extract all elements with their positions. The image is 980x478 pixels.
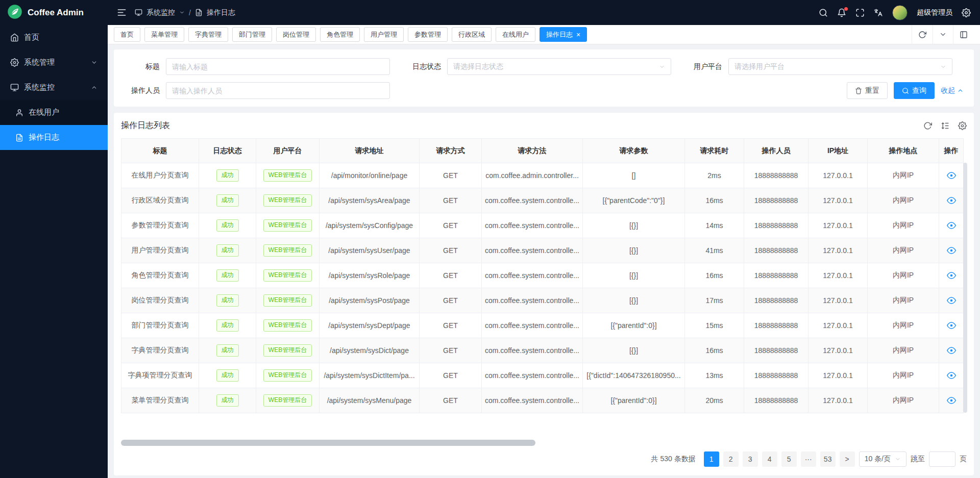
tab-item[interactable]: 行政区域 [452, 27, 492, 42]
sidebar-item-operation-log[interactable]: 操作日志 [0, 125, 108, 150]
tab-item[interactable]: 岗位管理 [276, 27, 316, 42]
title-input[interactable] [166, 58, 390, 75]
sidebar-item-label: 操作日志 [29, 133, 97, 142]
cell-action [939, 288, 964, 313]
tabbar: 首页菜单管理字典管理部门管理岗位管理角色管理用户管理参数管理行政区域在线用户操作… [108, 25, 980, 44]
search-icon[interactable] [819, 8, 828, 17]
cell-duration: 41ms [685, 238, 744, 263]
cell-request-method: GET [420, 388, 482, 413]
user-platform-select[interactable]: 请选择用户平台 [728, 58, 952, 75]
page-button[interactable]: 3 [743, 451, 758, 467]
page-button[interactable]: 53 [820, 451, 836, 467]
sidebar-item-online-users[interactable]: 在线用户 [0, 100, 108, 125]
density-icon[interactable] [941, 121, 949, 130]
horizontal-scrollbar-thumb[interactable] [121, 440, 535, 446]
cell-platform: WEB管理后台 [256, 313, 320, 338]
page-button[interactable]: 4 [762, 451, 777, 467]
page-button[interactable]: 2 [723, 451, 739, 467]
cell-title: 部门管理分页查询 [121, 313, 199, 338]
view-detail-eye-icon[interactable] [947, 171, 956, 180]
tab-item[interactable]: 字典管理 [188, 27, 228, 42]
sidebar-item-system-monitor[interactable]: 系统监控 [0, 75, 108, 100]
view-detail-eye-icon[interactable] [947, 371, 956, 380]
chevron-up-icon [91, 84, 97, 91]
reset-button[interactable]: 重置 [847, 82, 888, 99]
settings-gear-icon[interactable] [962, 8, 971, 17]
tab-label: 角色管理 [327, 30, 353, 39]
cell-action [939, 363, 964, 388]
page-ellipsis[interactable]: ··· [801, 451, 816, 467]
select-placeholder: 请选择用户平台 [734, 62, 785, 71]
card-head: 操作日志列表 [121, 113, 967, 138]
chevron-down-icon [91, 59, 97, 66]
tab-label: 部门管理 [239, 30, 265, 39]
chevron-down-icon[interactable] [933, 25, 953, 44]
view-detail-eye-icon[interactable] [947, 346, 956, 355]
page-size-select[interactable]: 10 条/页 [859, 451, 906, 467]
collapse-toggle[interactable]: 收起 [941, 86, 964, 95]
cell-status: 成功 [199, 388, 256, 413]
cell-action [939, 163, 964, 188]
cell-request-params: [{}] [583, 238, 685, 263]
cell-location: 内网IP [868, 263, 939, 288]
refresh-icon[interactable] [912, 25, 933, 44]
sidebar-item-system-management[interactable]: 系统管理 [0, 50, 108, 75]
tab-label: 首页 [120, 30, 134, 39]
filter-label-user-platform: 用户平台 [684, 62, 728, 71]
tab-item[interactable]: 部门管理 [232, 27, 272, 42]
sidebar-item-home[interactable]: 首页 [0, 25, 108, 50]
sidebar-fold-icon[interactable] [117, 8, 127, 17]
view-detail-eye-icon[interactable] [947, 296, 956, 305]
table-row: 角色管理分页查询成功WEB管理后台/api/system/sysRole/pag… [121, 263, 964, 288]
filter-panel: 标题 日志状态 请选择日志状态 用户平台 请选择用户平台 [114, 49, 974, 107]
cell-request-method: GET [420, 163, 482, 188]
vertical-scrollbar[interactable] [963, 163, 967, 413]
cell-status: 成功 [199, 188, 256, 213]
tab-item[interactable]: 在线用户 [496, 27, 535, 42]
tab-item[interactable]: 菜单管理 [144, 27, 184, 42]
column-header: 请求参数 [583, 139, 685, 163]
document-icon [15, 134, 23, 142]
tab-active[interactable]: 操作日志× [540, 27, 587, 42]
avatar[interactable] [892, 5, 908, 20]
next-page-button[interactable]: > [840, 451, 855, 467]
main-area: 系统监控 / 操作日志 超级管理员 首页菜单管理字典管理部门管理岗位管理角色管理… [108, 0, 980, 478]
tab-item[interactable]: 角色管理 [320, 27, 360, 42]
column-settings-gear-icon[interactable] [958, 121, 967, 130]
query-button[interactable]: 查询 [894, 82, 935, 99]
username[interactable]: 超级管理员 [917, 8, 952, 17]
view-detail-eye-icon[interactable] [947, 321, 956, 330]
filter-label-log-status: 日志状态 [403, 62, 447, 71]
jump-label: 跳至 [911, 455, 925, 464]
notification-bell-icon[interactable] [837, 8, 846, 17]
log-list-panel: 操作日志列表 标题日志状态用户平台请求地址请求方式请 [114, 113, 974, 475]
tab-item[interactable]: 用户管理 [364, 27, 404, 42]
cell-request-url: /api/monitor/online/page [320, 163, 420, 188]
cell-ip: 127.0.0.1 [808, 163, 868, 188]
view-detail-eye-icon[interactable] [947, 221, 956, 230]
page-jump-input[interactable] [929, 451, 955, 467]
log-status-select[interactable]: 请选择日志状态 [447, 58, 671, 75]
tab-label: 字典管理 [195, 30, 222, 39]
cell-request-params: [{}] [583, 338, 685, 363]
tab-item[interactable]: 参数管理 [408, 27, 448, 42]
refresh-icon[interactable] [923, 121, 932, 130]
cell-title: 菜单管理分页查询 [121, 388, 199, 413]
platform-tag: WEB管理后台 [263, 319, 312, 332]
fullscreen-icon[interactable] [855, 8, 865, 17]
translate-icon[interactable] [874, 8, 883, 17]
view-detail-eye-icon[interactable] [947, 396, 956, 405]
cell-request-params: [{}] [583, 263, 685, 288]
view-detail-eye-icon[interactable] [947, 196, 956, 205]
tab-close-icon[interactable]: × [576, 31, 580, 38]
cell-duration: 17ms [685, 288, 744, 313]
tab-item[interactable]: 首页 [114, 27, 140, 42]
operator-input[interactable] [166, 82, 390, 99]
page-button[interactable]: 5 [781, 451, 797, 467]
cell-request-function: com.coffee.system.controlle... [482, 213, 583, 238]
layout-icon[interactable] [953, 25, 974, 44]
page-button[interactable]: 1 [704, 451, 719, 467]
view-detail-eye-icon[interactable] [947, 246, 956, 255]
view-detail-eye-icon[interactable] [947, 271, 956, 280]
breadcrumb-section[interactable]: 系统监控 [146, 8, 175, 17]
